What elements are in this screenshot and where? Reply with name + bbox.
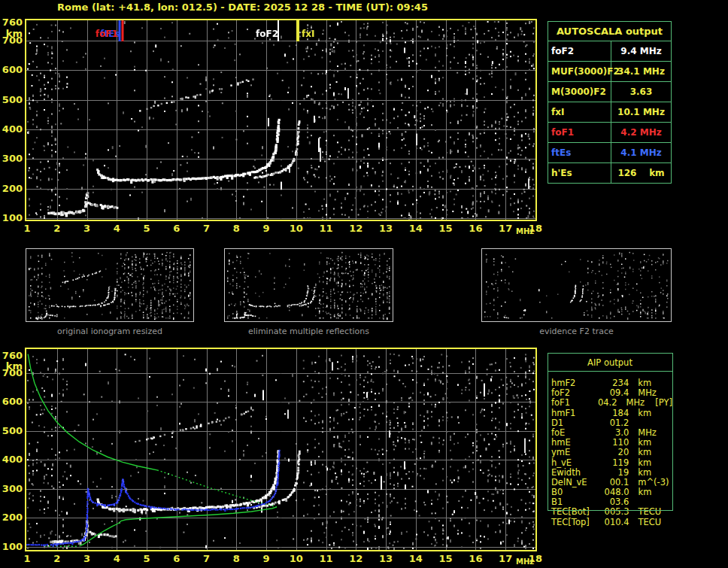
x-tick-2: 2 (53, 554, 60, 564)
x-tick-1: 1 (23, 554, 30, 564)
y-tick-300: 300 (1, 484, 23, 494)
x-tick-6: 6 (173, 554, 180, 564)
aip-label: TEC[Bot] (548, 507, 605, 517)
aip-row-h_vE: h_vE119km (548, 458, 672, 468)
autoscala-output-table: AUTOSCALA output foF29.4 MHzMUF(3000)F23… (548, 21, 672, 184)
autoscala-table-rows: foF29.4 MHzMUF(3000)F234.1 MHzM(3000)F23… (548, 41, 671, 183)
aip-extra: [PY] (655, 398, 672, 408)
autoscala-row-ftEs: ftEs4.1 MHz (548, 143, 671, 163)
aip-label: TEC[Top] (548, 518, 605, 527)
bottom-ionogram-canvas (25, 348, 537, 551)
y-tick-300: 300 (1, 153, 23, 164)
aip-unit: km (639, 488, 672, 497)
y-tick-700: 700 (1, 35, 23, 46)
y-tick-400: 400 (1, 124, 23, 135)
aip-unit: km (638, 448, 672, 457)
aip-value: 005.3 (605, 507, 629, 517)
x-tick-12: 12 (349, 223, 362, 234)
autoscala-table-header: AUTOSCALA output (548, 22, 671, 41)
aip-label: h_vE (548, 458, 605, 468)
aip-row-ymE: ymE20km (548, 448, 672, 457)
autoscala-row-value: 4.1 MHz (611, 143, 671, 163)
x-tick-16: 16 (469, 223, 482, 234)
x-tick-14: 14 (409, 223, 423, 234)
thumbnail-original-ionogram (26, 248, 194, 322)
y-tick-500: 500 (1, 426, 23, 436)
aip-unit: km (638, 458, 672, 468)
thumbnail-caption-original: original ionogram resized (26, 327, 194, 336)
aip-row-D1: D101.2 (548, 418, 672, 428)
x-tick-8: 8 (233, 554, 240, 564)
thumbnail-original-canvas (26, 249, 193, 321)
autoscala-row-M(3000)F2: M(3000)F23.63 (548, 82, 671, 102)
x-tick-1: 1 (23, 223, 30, 234)
aip-value: 010.4 (605, 518, 629, 527)
x-tick-5: 5 (144, 223, 150, 234)
aip-row-Ewidth: Ewidth19km (548, 468, 672, 478)
autoscala-row-value: 10.1 MHz (611, 102, 671, 122)
x-tick-3: 3 (83, 554, 90, 564)
aip-output-table: AIP output hmF2234kmfoF209.4MHzfoF104.2M… (548, 353, 672, 527)
top-ionogram-canvas (25, 19, 537, 221)
x-tick-5: 5 (144, 554, 150, 564)
x-axis-unit-label: MHz (516, 227, 534, 235)
aip-unit: TECU (639, 507, 672, 517)
aip-table-rows: hmF2234kmfoF209.4MHzfoF104.2MHz[PY]hmF11… (548, 372, 672, 527)
x-axis-unit-label: MHz (516, 557, 534, 566)
aip-unit: TECU (639, 518, 672, 527)
autoscala-row-fxI: fxI10.1 MHz (548, 102, 671, 123)
x-tick-10: 10 (290, 223, 303, 234)
aip-value: 119 (605, 458, 629, 468)
aip-value: 184 (605, 409, 629, 418)
x-tick-6: 6 (173, 223, 180, 234)
x-tick-7: 7 (203, 554, 210, 564)
thumbnail-caption-f2-evidence: evidence F2 trace (481, 327, 672, 336)
x-tick-10: 10 (290, 554, 303, 564)
aip-value: 01.2 (605, 418, 629, 428)
aip-label: hmF1 (548, 409, 605, 418)
aip-unit (638, 418, 672, 428)
y-tick-600: 600 (1, 65, 23, 75)
aip-value: 19 (605, 468, 629, 478)
x-tick-17: 17 (499, 223, 512, 234)
x-tick-2: 2 (53, 223, 60, 234)
y-tick-400: 400 (1, 454, 23, 465)
aip-value: 20 (605, 448, 629, 457)
aip-row-TEC[Top]: TEC[Top]010.4TECU (548, 518, 672, 527)
y-tick-600: 600 (1, 396, 23, 407)
autoscala-row-h'Es: h'Es126 km (548, 163, 671, 183)
thumbnail-f2-evidence (481, 248, 672, 322)
x-tick-11: 11 (320, 223, 333, 234)
autoscala-row-value: 9.4 MHz (611, 41, 671, 61)
autoscala-row-value: 3.63 (611, 82, 671, 102)
aip-unit: km (638, 409, 672, 418)
y-tick-760: 760 (1, 351, 23, 361)
aip-label: Ewidth (548, 468, 605, 478)
x-tick-3: 3 (83, 223, 90, 234)
autoscala-window: Rome (lat: +41.8, lon: 012.5) - DATE: 20… (0, 0, 728, 568)
aip-label: D1 (548, 418, 605, 428)
x-tick-16: 16 (469, 554, 482, 564)
autoscala-row-value: 4.2 MHz (611, 123, 671, 142)
marker-label-foF1: foF1 (96, 29, 118, 38)
x-tick-15: 15 (439, 223, 453, 234)
x-tick-15: 15 (439, 554, 453, 564)
thumbnail-no-multiples (224, 248, 393, 322)
x-tick-11: 11 (320, 554, 333, 564)
aip-unit: MHz (626, 398, 656, 408)
marker-label-foF2: foF2 (256, 29, 278, 38)
y-tick-500: 500 (1, 95, 23, 105)
aip-table-header: AIP output (548, 353, 672, 371)
aip-label: foF1 (548, 398, 596, 408)
autoscala-row-foF2: foF29.4 MHz (548, 41, 671, 62)
autoscala-row-value: 34.1 MHz (611, 62, 671, 81)
x-tick-4: 4 (114, 554, 120, 564)
autoscala-row-label: ftEs (548, 143, 611, 163)
aip-value: 04.2 (596, 398, 617, 408)
x-tick-14: 14 (409, 554, 423, 564)
aip-row-TEC[Bot]: TEC[Bot]005.3TECU (548, 507, 672, 517)
y-tick-100: 100 (1, 213, 23, 223)
autoscala-row-foF1: foF14.2 MHz (548, 123, 671, 143)
y-tick-700: 700 (1, 368, 23, 378)
x-tick-7: 7 (203, 223, 210, 234)
